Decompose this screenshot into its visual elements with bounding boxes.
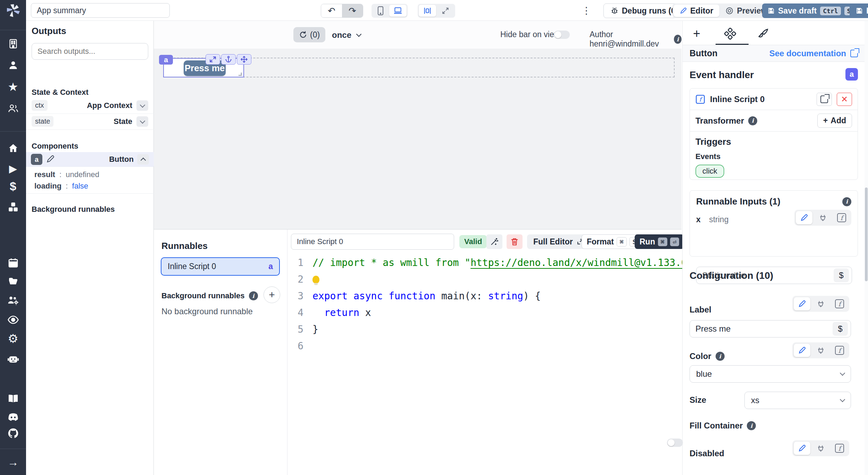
sidebar-item-settings[interactable]: ⚙	[0, 332, 26, 345]
sidebar-item-groups[interactable]	[0, 101, 26, 115]
insert-component-tab[interactable]: +	[693, 26, 700, 41]
code-line[interactable]: 4 return x	[287, 305, 682, 321]
app-summary-input[interactable]	[31, 3, 170, 18]
redo-button[interactable]: ↷	[342, 4, 363, 18]
events-label: Events	[695, 152, 852, 161]
scrollbar-thumb[interactable]	[865, 188, 868, 281]
script-name-input[interactable]	[291, 234, 454, 250]
see-documentation-link[interactable]: See documentation	[769, 49, 858, 58]
sidebar-item-folders[interactable]	[0, 275, 26, 289]
center-content-button[interactable]	[419, 5, 436, 17]
ai-assist-button[interactable]	[486, 234, 502, 249]
eval-mode-button[interactable]: f	[831, 297, 848, 310]
insert-variable-button[interactable]: $	[833, 322, 848, 336]
settings-scrollbar[interactable]	[865, 21, 868, 475]
label-value-input[interactable]	[695, 324, 833, 334]
more-menu-button[interactable]: ⋮	[582, 5, 591, 16]
sidebar-item-audit[interactable]	[0, 313, 26, 327]
open-script-button[interactable]	[817, 93, 832, 106]
desktop-view-button[interactable]	[389, 5, 407, 17]
resize-corner-handle[interactable]	[237, 71, 242, 76]
save-draft-button[interactable]: Save draft Ctrl S	[762, 3, 859, 18]
connect-mode-button[interactable]	[812, 297, 829, 310]
static-mode-button[interactable]	[794, 442, 810, 455]
sidebar-item-workspace[interactable]	[0, 37, 26, 51]
component-collapse-button[interactable]	[137, 154, 149, 165]
eval-mode-button[interactable]: f	[831, 442, 848, 455]
hide-bar-toggle[interactable]	[554, 31, 570, 39]
anchor-handle-button[interactable]	[221, 54, 236, 65]
connect-mode-button[interactable]	[812, 442, 829, 455]
static-mode-button[interactable]	[794, 344, 810, 357]
sidebar-item-docs[interactable]	[0, 392, 26, 406]
editor-tab[interactable]: Editor	[674, 5, 719, 17]
code-token: main(x:	[435, 290, 488, 302]
rename-pencil-icon[interactable]	[46, 155, 55, 163]
schedule-mode-dropdown[interactable]: once	[332, 30, 361, 40]
sidebar-collapse-button[interactable]: →	[0, 455, 26, 469]
ctx-key-badge: ctx	[32, 100, 48, 111]
remove-script-button[interactable]: ✕	[837, 93, 852, 106]
deploy-button[interactable]: Deploy	[850, 3, 868, 18]
component-id-tab[interactable]: a	[159, 55, 173, 65]
full-width-button[interactable]	[437, 5, 454, 17]
info-icon[interactable]: i	[747, 421, 756, 430]
run-button[interactable]: Run ⌘ ⏎	[635, 234, 684, 249]
sidebar-item-home[interactable]	[0, 141, 26, 155]
color-select[interactable]: blue	[690, 365, 851, 383]
delete-script-button[interactable]	[507, 234, 523, 249]
label-value-field[interactable]: $	[690, 320, 851, 338]
connect-mode-button[interactable]	[812, 344, 829, 357]
sidebar-item-resources[interactable]	[0, 200, 26, 214]
output-row-state[interactable]: state State	[26, 114, 154, 130]
code-line[interactable]: 2	[287, 271, 682, 288]
sidebar-item-schedules[interactable]	[0, 256, 26, 270]
mobile-view-button[interactable]	[373, 5, 389, 17]
sidebar-item-ai[interactable]	[0, 352, 26, 366]
folder-icon	[8, 276, 19, 287]
code-line[interactable]: 1// import * as wmill from "https://deno…	[287, 255, 682, 271]
lightbulb-icon[interactable]	[312, 276, 319, 283]
ctx-expand-button[interactable]	[136, 100, 148, 111]
info-icon[interactable]: i	[842, 197, 851, 206]
sidebar-item-variables[interactable]: $	[0, 179, 26, 193]
component-settings-tab[interactable]	[724, 28, 736, 41]
add-transformer-button[interactable]: + Add	[817, 114, 852, 128]
code-line[interactable]: 3export async function main(x: string) {	[287, 288, 682, 305]
sidebar-item-workers[interactable]	[0, 293, 26, 307]
styling-tab[interactable]	[757, 28, 769, 41]
static-mode-button[interactable]	[794, 297, 810, 310]
info-icon[interactable]: i	[748, 116, 757, 125]
runnable-item-inline-script-0[interactable]: Inline Script 0 a	[161, 257, 280, 276]
code-line[interactable]: 5}	[287, 321, 682, 338]
full-editor-button[interactable]: Full Editor	[527, 234, 590, 249]
code-editor[interactable]: 1// import * as wmill from "https://deno…	[287, 255, 682, 355]
size-select[interactable]: xs	[744, 392, 851, 409]
windmill-logo[interactable]	[0, 3, 26, 18]
eval-mode-button[interactable]: f	[833, 211, 850, 224]
info-icon[interactable]: i	[674, 35, 682, 44]
info-icon[interactable]: i	[716, 352, 725, 361]
eval-mode-button[interactable]: f	[831, 344, 848, 357]
search-outputs-input[interactable]	[32, 43, 148, 60]
state-expand-button[interactable]	[136, 116, 148, 127]
app-canvas[interactable]: Press me a	[154, 49, 682, 229]
sidebar-item-runs[interactable]: ▶	[0, 161, 26, 175]
info-icon[interactable]: i	[249, 291, 258, 300]
sidebar-item-discord[interactable]	[0, 410, 26, 424]
add-background-runnable-button[interactable]: +	[264, 286, 280, 303]
expand-handle-button[interactable]	[206, 54, 220, 65]
sidebar-item-user[interactable]	[0, 58, 26, 72]
code-line[interactable]: 6	[287, 338, 682, 355]
inline-script-row[interactable]: f Inline Script 0 ✕	[690, 89, 858, 110]
connect-mode-button[interactable]	[815, 211, 831, 224]
sidebar-item-favorites[interactable]: ★	[0, 80, 26, 94]
output-row-ctx[interactable]: ctx App Context	[26, 98, 154, 114]
undo-button[interactable]: ↶	[321, 4, 342, 18]
move-handle-button[interactable]	[237, 54, 251, 65]
static-mode-button[interactable]	[796, 211, 812, 224]
sidebar-item-github[interactable]	[0, 426, 26, 440]
refresh-runs-button[interactable]: (0)	[293, 27, 325, 42]
component-row-button[interactable]: a Button	[26, 152, 154, 167]
fill-container-toggle[interactable]	[667, 439, 683, 447]
